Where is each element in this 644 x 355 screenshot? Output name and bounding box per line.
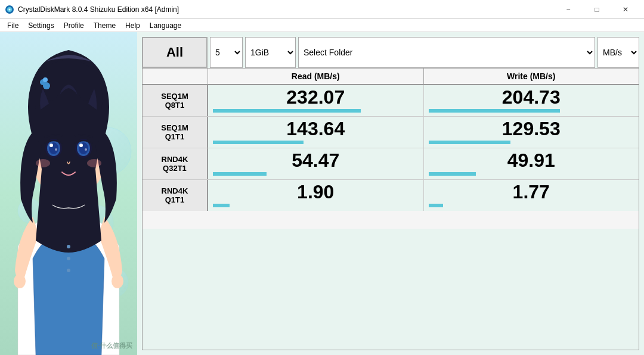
- maximize-button[interactable]: □: [583, 1, 611, 18]
- row-write-rnd4k-q1t1: 1.77: [424, 180, 639, 211]
- size-select[interactable]: 1MiB 4MiB 64MiB 1GiB 4GiB 16GiB 32GiB 64…: [245, 37, 296, 68]
- menu-profile[interactable]: Profile: [59, 20, 89, 31]
- menu-help[interactable]: Help: [120, 20, 145, 31]
- write-bar-container-rnd4k-q32t1: [429, 172, 634, 176]
- unit-select[interactable]: MB/s GB/s IOPS μs: [597, 37, 639, 68]
- table-row: SEQ1MQ1T1 143.64 129.53: [143, 117, 639, 148]
- read-bar-rnd4k-q1t1: [213, 204, 230, 207]
- crystal-diskmark-icon: [5, 5, 14, 14]
- watermark: 值·什么值得买: [91, 341, 132, 350]
- write-value-rnd4k-q32t1: 49.91: [507, 151, 555, 170]
- menu-settings[interactable]: Settings: [23, 20, 58, 31]
- write-value-rnd4k-q1t1: 1.77: [513, 182, 550, 201]
- row-read-rnd4k-q1t1: 1.90: [208, 180, 424, 211]
- svg-point-8: [14, 274, 26, 288]
- svg-point-26: [43, 77, 48, 82]
- read-bar-rnd4k-q32t1: [213, 172, 267, 176]
- svg-point-22: [36, 159, 50, 167]
- close-button[interactable]: ✕: [612, 1, 639, 18]
- write-bar-seq1m-q8t1: [429, 109, 560, 113]
- svg-point-20: [79, 144, 83, 147]
- svg-point-23: [87, 159, 101, 167]
- table-row-empty: [143, 211, 639, 229]
- all-button[interactable]: All: [142, 37, 208, 68]
- main-content: 值·什么值得买 All 1 3 5 10 1MiB 4MiB 64MiB 1Gi…: [0, 32, 644, 355]
- write-bar-rnd4k-q32t1: [429, 172, 476, 176]
- read-value-seq1m-q8t1: 232.07: [286, 88, 345, 107]
- write-bar-container-seq1m-q1t1: [429, 141, 634, 144]
- write-bar-rnd4k-q1t1: [429, 204, 443, 207]
- window-controls: − □ ✕: [555, 1, 639, 18]
- read-bar-container-seq1m-q1t1: [213, 141, 419, 144]
- data-panel: All 1 3 5 10 1MiB 4MiB 64MiB 1GiB 4GiB 1…: [137, 32, 644, 355]
- menu-file[interactable]: File: [2, 20, 23, 31]
- table-row: RND4KQ1T1 1.90 1.77: [143, 180, 639, 211]
- write-value-seq1m-q8t1: 204.73: [502, 88, 561, 107]
- menu-language[interactable]: Language: [145, 20, 186, 31]
- read-value-rnd4k-q32t1: 54.47: [292, 151, 339, 170]
- read-bar-container-rnd4k-q32t1: [213, 172, 419, 176]
- title-bar-left: CrystalDiskMark 8.0.4 Shizuku Edition x6…: [5, 5, 179, 14]
- write-bar-container-rnd4k-q1t1: [429, 204, 634, 207]
- svg-point-9: [112, 274, 123, 288]
- svg-point-29: [67, 269, 70, 272]
- read-value-seq1m-q1t1: 143.64: [286, 119, 345, 138]
- row-read-rnd4k-q32t1: 54.47: [208, 148, 424, 179]
- read-value-rnd4k-q1t1: 1.90: [297, 182, 334, 201]
- table-body: SEQ1MQ8T1 232.07 204.73 SEQ1MQ1T1 143.64…: [143, 85, 639, 211]
- anime-character: [0, 32, 137, 355]
- svg-point-27: [67, 245, 70, 248]
- row-read-seq1m-q8t1: 232.07: [208, 85, 424, 116]
- read-bar-container-seq1m-q8t1: [213, 109, 419, 113]
- row-label-rnd4k-q32t1: RND4KQ32T1: [143, 148, 208, 179]
- write-bar-container-seq1m-q8t1: [429, 109, 634, 113]
- read-bar-seq1m-q8t1: [213, 109, 361, 113]
- table-header: Read (MB/s) Write (MB/s): [143, 68, 639, 85]
- svg-point-15: [49, 144, 53, 147]
- title-bar: CrystalDiskMark 8.0.4 Shizuku Edition x6…: [0, 0, 644, 19]
- svg-point-16: [55, 148, 57, 151]
- count-select[interactable]: 1 3 5 10: [210, 37, 243, 68]
- row-write-seq1m-q1t1: 129.53: [424, 117, 639, 148]
- row-read-seq1m-q1t1: 143.64: [208, 117, 424, 148]
- read-bar-container-rnd4k-q1t1: [213, 204, 419, 207]
- anime-background: 值·什么值得买: [0, 32, 137, 355]
- header-label-empty: [143, 68, 208, 84]
- minimize-button[interactable]: −: [555, 1, 582, 18]
- row-label-rnd4k-q1t1: RND4KQ1T1: [143, 180, 208, 211]
- header-write: Write (MB/s): [424, 68, 639, 84]
- write-bar-seq1m-q1t1: [429, 141, 511, 144]
- window-title: CrystalDiskMark 8.0.4 Shizuku Edition x6…: [18, 5, 179, 14]
- controls-row: All 1 3 5 10 1MiB 4MiB 64MiB 1GiB 4GiB 1…: [142, 37, 639, 68]
- write-value-seq1m-q1t1: 129.53: [502, 119, 561, 138]
- table-row: SEQ1MQ8T1 232.07 204.73: [143, 85, 639, 117]
- menu-bar: File Settings Profile Theme Help Languag…: [0, 19, 644, 32]
- table-row: RND4KQ32T1 54.47 49.91: [143, 148, 639, 180]
- row-write-rnd4k-q32t1: 49.91: [424, 148, 639, 179]
- svg-point-21: [85, 148, 87, 151]
- row-write-seq1m-q8t1: 204.73: [424, 85, 639, 116]
- anime-panel: 值·什么值得买: [0, 32, 137, 355]
- folder-select[interactable]: Select Folder: [298, 37, 595, 68]
- results-table: Read (MB/s) Write (MB/s) SEQ1MQ8T1 232.0…: [142, 68, 639, 350]
- row-label-seq1m-q8t1: SEQ1MQ8T1: [143, 85, 208, 116]
- menu-theme[interactable]: Theme: [89, 20, 120, 31]
- read-bar-seq1m-q1t1: [213, 141, 304, 144]
- svg-point-28: [67, 257, 70, 260]
- header-read: Read (MB/s): [208, 68, 424, 84]
- svg-point-2: [9, 8, 11, 10]
- row-label-seq1m-q1t1: SEQ1MQ1T1: [143, 117, 208, 148]
